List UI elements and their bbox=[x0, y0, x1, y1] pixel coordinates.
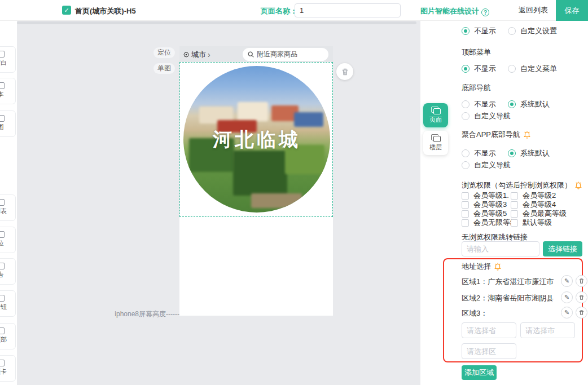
image-road bbox=[251, 193, 302, 208]
trash-icon bbox=[578, 278, 585, 284]
radio-bottomnav-hide[interactable]: 不显示 bbox=[462, 99, 496, 109]
radio-appnav-custom[interactable]: 自定义导航 bbox=[462, 160, 511, 170]
city-image-caption: 河北临城 bbox=[183, 127, 330, 153]
radio-appnav-default[interactable]: 系统默认 bbox=[508, 148, 550, 158]
edit-region-button[interactable]: ✎ bbox=[561, 291, 573, 303]
trash-icon bbox=[578, 294, 585, 300]
district-select[interactable] bbox=[462, 343, 516, 359]
checkbox-level-default[interactable]: 默认等级 bbox=[511, 218, 552, 228]
checkbox-level-unlimited[interactable]: 会员无限等级 bbox=[462, 218, 517, 228]
chevron-right-icon: › bbox=[208, 50, 210, 59]
component-icon bbox=[0, 295, 5, 302]
component-card-image[interactable]: 图 bbox=[0, 110, 16, 137]
tag-locate[interactable]: 定位 bbox=[153, 47, 175, 58]
radio-hide[interactable]: 不显示 bbox=[462, 26, 496, 36]
location-icon bbox=[183, 51, 190, 58]
radio-bottomnav-custom[interactable]: 自定义导航 bbox=[462, 111, 511, 121]
layers-icon bbox=[431, 134, 441, 142]
image-roofs bbox=[294, 112, 323, 127]
trash-icon bbox=[341, 68, 349, 76]
radio-appnav-hide[interactable]: 不显示 bbox=[462, 148, 496, 158]
component-card-blank[interactable]: 空白 bbox=[0, 46, 16, 73]
image-buildings bbox=[238, 102, 268, 121]
save-button[interactable]: 保存 bbox=[556, 0, 588, 21]
delete-region-button[interactable] bbox=[576, 275, 587, 287]
component-icon bbox=[0, 82, 5, 89]
component-sidebar: 空白 本 图 列表 位 告 按钮 顶部 项卡 bbox=[0, 21, 17, 385]
trash-icon bbox=[578, 309, 585, 316]
edit-region-button[interactable]: ✎ bbox=[561, 275, 573, 287]
horizontal-scrollbar[interactable] bbox=[17, 21, 416, 24]
component-card-list[interactable]: 列表 bbox=[0, 194, 16, 221]
page-checkbox[interactable]: ✓ bbox=[62, 6, 71, 15]
tag-single-image[interactable]: 单图 bbox=[153, 63, 175, 74]
layers-icon bbox=[431, 107, 441, 114]
screen-height-marker: iphone8屏幕高度------ bbox=[102, 309, 179, 319]
search-icon bbox=[247, 51, 254, 58]
component-icon bbox=[0, 199, 5, 206]
component-icon bbox=[0, 115, 5, 122]
component-card-button[interactable]: 按钮 bbox=[0, 290, 16, 317]
settings-panel: 不显示 自定义设置 顶部菜单 不显示 自定义菜单 底部导航 不显示 系统默认 自… bbox=[420, 21, 588, 385]
city-image: 河北临城 bbox=[183, 66, 330, 213]
component-card-tab[interactable]: 项卡 bbox=[0, 355, 16, 382]
component-card-ad[interactable]: 告 bbox=[0, 258, 16, 285]
page-name-input[interactable] bbox=[295, 3, 401, 17]
add-region-button[interactable]: 添加区域 bbox=[462, 365, 497, 380]
design-canvas: 定位 单图 城市 › 附近商家商品 bbox=[17, 21, 420, 385]
link-input[interactable] bbox=[462, 241, 539, 256]
top-bar: ✓ 首页(城市关联)-H5 页面名称： 图片智能在线设计? 返回列表 保存 bbox=[0, 0, 588, 21]
province-select[interactable] bbox=[462, 322, 516, 338]
page-settings-button[interactable]: 页面 bbox=[423, 103, 448, 127]
component-icon bbox=[0, 51, 5, 57]
phone-preview: 城市 › 附近商家商品 河北临城 bbox=[179, 46, 333, 316]
delete-region-button[interactable] bbox=[576, 307, 587, 318]
bell-icon bbox=[494, 263, 502, 271]
component-card-locate[interactable]: 位 bbox=[0, 227, 16, 253]
region-row-3: 区域3： ✎ bbox=[462, 307, 583, 319]
phone-header: 城市 › 附近商家商品 bbox=[179, 46, 333, 62]
back-to-list-button[interactable]: 返回列表 bbox=[511, 0, 556, 20]
component-icon bbox=[0, 328, 5, 334]
radio-topmenu-hide[interactable]: 不显示 bbox=[462, 64, 496, 74]
bell-icon bbox=[523, 131, 531, 139]
page-name-label: 页面名称： bbox=[261, 6, 297, 16]
page-title: 首页(城市关联)-H5 bbox=[75, 6, 136, 16]
component-card-text[interactable]: 本 bbox=[0, 78, 16, 104]
permissions-title: 浏览权限（勾选后控制浏览权限） bbox=[462, 180, 582, 191]
component-icon bbox=[0, 263, 5, 269]
edit-region-button[interactable]: ✎ bbox=[561, 307, 573, 318]
bottom-nav-title: 底部导航 bbox=[462, 83, 491, 93]
search-input[interactable]: 附近商家商品 bbox=[243, 48, 328, 61]
address-title: 地址选择 bbox=[462, 262, 502, 272]
image-trees bbox=[233, 151, 287, 196]
region-row-2: 区域2：湖南省岳阳市湘阴县 ✎ bbox=[462, 291, 583, 304]
radio-custom-setting[interactable]: 自定义设置 bbox=[508, 26, 557, 36]
delete-component-button[interactable] bbox=[336, 63, 353, 80]
city-selector[interactable]: 城市 › bbox=[183, 50, 210, 60]
top-menu-title: 顶部菜单 bbox=[462, 47, 491, 57]
single-image-component[interactable]: 河北临城 bbox=[179, 62, 333, 217]
component-icon bbox=[0, 360, 5, 366]
smart-design-link[interactable]: 图片智能在线设计? bbox=[420, 6, 489, 16]
app-bottom-nav-title: 聚合APP底部导航 bbox=[462, 130, 531, 140]
radio-topmenu-custom[interactable]: 自定义菜单 bbox=[508, 64, 557, 74]
delete-region-button[interactable] bbox=[576, 291, 587, 303]
region-row-1: 区域1：广东省湛江市廉江市 ✎ bbox=[462, 275, 583, 287]
component-icon bbox=[0, 231, 5, 238]
floor-settings-button[interactable]: 楼层 bbox=[423, 131, 448, 155]
city-select[interactable] bbox=[520, 322, 575, 338]
help-icon[interactable]: ? bbox=[481, 8, 489, 16]
radio-bottomnav-default[interactable]: 系统默认 bbox=[508, 99, 550, 109]
bell-icon bbox=[574, 182, 582, 189]
select-link-button[interactable]: 选择链接 bbox=[543, 241, 582, 256]
component-card-top[interactable]: 顶部 bbox=[0, 323, 16, 349]
